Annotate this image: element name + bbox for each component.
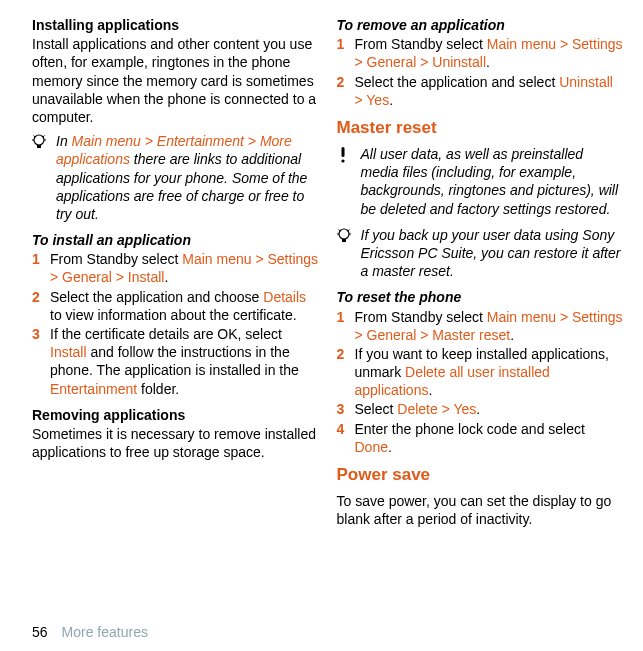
step-text-pre: If the certificate details are OK, selec… bbox=[50, 326, 282, 342]
reset-step-4: 4 Enter the phone lock code and select D… bbox=[337, 420, 624, 456]
section-power-save: Power save bbox=[337, 464, 624, 486]
nav-entertainment-folder: Entertainment bbox=[50, 381, 137, 397]
step-text-post: to view information about the certificat… bbox=[50, 307, 297, 323]
svg-rect-13 bbox=[342, 239, 346, 242]
footer-section-label: More features bbox=[62, 624, 148, 640]
svg-rect-5 bbox=[37, 145, 41, 148]
nav-delete-yes: Delete > Yes bbox=[397, 401, 476, 417]
step-text-mid: and follow the instructions in the phone… bbox=[50, 344, 299, 378]
nav-install-action: Install bbox=[50, 344, 87, 360]
reset-step-3: 3 Select Delete > Yes. bbox=[337, 400, 624, 418]
right-column: To remove an application 1 From Standby … bbox=[337, 16, 624, 611]
step-text-post: . bbox=[486, 54, 490, 70]
heading-installing-applications: Installing applications bbox=[32, 16, 319, 34]
para-install-apps: Install applications and other content y… bbox=[32, 35, 319, 126]
page-number: 56 bbox=[32, 624, 48, 640]
reset-step-2: 2 If you want to keep installed applicat… bbox=[337, 345, 624, 400]
left-column: Installing applications Install applicat… bbox=[32, 16, 319, 611]
remove-step-1: 1 From Standby select Main menu > Settin… bbox=[337, 35, 624, 71]
step-number: 3 bbox=[32, 325, 44, 398]
svg-point-7 bbox=[341, 159, 344, 162]
step-text-pre: From Standby select bbox=[355, 309, 487, 325]
section-master-reset: Master reset bbox=[337, 117, 624, 139]
step-number: 1 bbox=[32, 250, 44, 286]
step-text-post: . bbox=[164, 269, 168, 285]
heading-to-install: To install an application bbox=[32, 231, 319, 249]
step-number: 2 bbox=[337, 345, 349, 400]
nav-details: Details bbox=[263, 289, 306, 305]
step-text-pre: Select the application and choose bbox=[50, 289, 263, 305]
step-text-post: . bbox=[389, 92, 393, 108]
svg-point-8 bbox=[339, 229, 349, 239]
svg-rect-6 bbox=[341, 147, 344, 157]
step-text-post: . bbox=[476, 401, 480, 417]
step-number: 4 bbox=[337, 420, 349, 456]
step-text-post: . bbox=[388, 439, 392, 455]
para-power-save: To save power, you can set the display t… bbox=[337, 492, 624, 528]
step-text-pre: From Standby select bbox=[50, 251, 182, 267]
lightbulb-icon bbox=[32, 134, 48, 152]
remove-step-2: 2 Select the application and select Unin… bbox=[337, 73, 624, 109]
install-step-3: 3 If the certificate details are OK, sel… bbox=[32, 325, 319, 398]
svg-point-0 bbox=[34, 135, 44, 145]
step-text-post: folder. bbox=[137, 381, 179, 397]
heading-to-reset: To reset the phone bbox=[337, 288, 624, 306]
svg-line-11 bbox=[338, 229, 340, 231]
step-number: 1 bbox=[337, 35, 349, 71]
lightbulb-icon bbox=[337, 228, 353, 246]
step-text-pre: From Standby select bbox=[355, 36, 487, 52]
heading-to-remove: To remove an application bbox=[337, 16, 624, 34]
svg-line-3 bbox=[34, 136, 36, 138]
warning-text: All user data, as well as preinstalled m… bbox=[361, 145, 624, 218]
exclamation-icon bbox=[337, 147, 353, 163]
install-step-2: 2 Select the application and choose Deta… bbox=[32, 288, 319, 324]
page-footer: 56More features bbox=[32, 623, 623, 641]
install-step-1: 1 From Standby select Main menu > Settin… bbox=[32, 250, 319, 286]
tip-backup-text: If you back up your user data using Sony… bbox=[361, 226, 624, 281]
nav-done: Done bbox=[355, 439, 388, 455]
warning-master-reset: All user data, as well as preinstalled m… bbox=[337, 145, 624, 218]
step-text-pre: Select bbox=[355, 401, 398, 417]
step-text-post: . bbox=[510, 327, 514, 343]
reset-step-1: 1 From Standby select Main menu > Settin… bbox=[337, 308, 624, 344]
tip-backup: If you back up your user data using Sony… bbox=[337, 226, 624, 281]
tip-text-pre: In bbox=[56, 133, 72, 149]
svg-line-4 bbox=[43, 136, 45, 138]
step-number: 3 bbox=[337, 400, 349, 418]
step-text-pre: Select the application and select bbox=[355, 74, 560, 90]
step-text-post: . bbox=[428, 382, 432, 398]
para-removing: Sometimes it is necessary to remove inst… bbox=[32, 425, 319, 461]
step-number: 1 bbox=[337, 308, 349, 344]
heading-removing-applications: Removing applications bbox=[32, 406, 319, 424]
svg-line-12 bbox=[348, 229, 350, 231]
step-text-pre: Enter the phone lock code and select bbox=[355, 421, 585, 437]
tip-entertainment-apps: In Main menu > Entertainment > More appl… bbox=[32, 132, 319, 223]
step-number: 2 bbox=[32, 288, 44, 324]
step-number: 2 bbox=[337, 73, 349, 109]
